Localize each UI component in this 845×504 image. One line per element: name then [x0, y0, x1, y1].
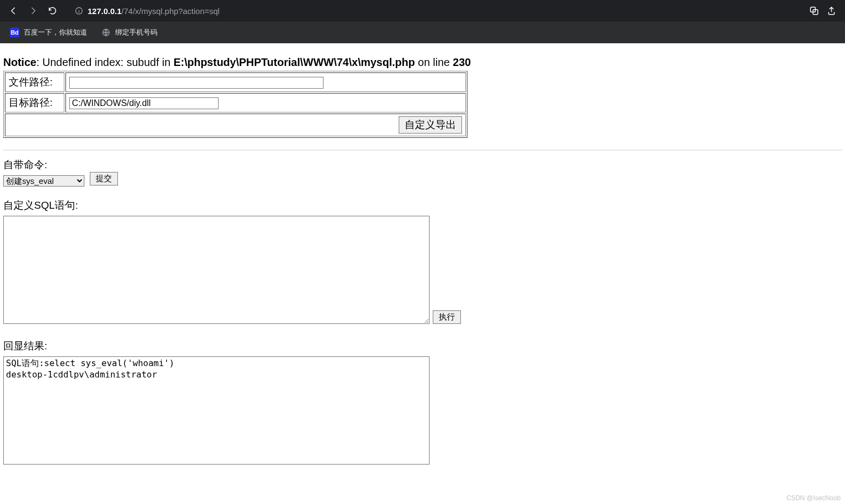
- bookmark-bind-phone[interactable]: 绑定手机号码: [98, 25, 161, 39]
- translate-icon: [809, 6, 819, 16]
- execute-button[interactable]: 执行: [433, 310, 461, 324]
- share-button[interactable]: [823, 3, 840, 19]
- site-info-icon[interactable]: [75, 6, 83, 15]
- notice-after: on line: [415, 56, 453, 68]
- target-path-input[interactable]: [69, 97, 219, 109]
- result-label: 回显结果:: [3, 339, 842, 353]
- translate-button[interactable]: [806, 3, 822, 19]
- table-row: 文件路径:: [5, 72, 466, 92]
- url-host: 127.0.0.1: [88, 6, 122, 16]
- arrow-right-icon: [28, 6, 38, 16]
- submit-button[interactable]: 提交: [90, 172, 118, 185]
- table-row: 自定义导出: [5, 114, 466, 136]
- baidu-icon: Bd: [10, 28, 19, 37]
- builtin-cmd-label: 自带命令:: [3, 158, 842, 172]
- result-output: SQL语句:select sys_eval('whoami') desktop-…: [3, 356, 430, 465]
- bookmark-bind-phone-label: 绑定手机号码: [115, 28, 157, 37]
- custom-sql-row: 执行: [3, 216, 842, 324]
- php-notice: Notice: Undefined index: subudf in E:\ph…: [3, 56, 842, 69]
- bookmark-baidu-label: 百度一下，你就知道: [24, 28, 87, 37]
- file-path-label: 文件路径:: [5, 72, 64, 92]
- file-path-cell: [65, 72, 466, 92]
- browser-toolbar: 127.0.0.1/74/x/mysql.php?action=sql: [0, 0, 845, 22]
- builtin-cmd-row: 创建sys_eval 提交: [3, 172, 842, 187]
- forward-button[interactable]: [25, 3, 41, 19]
- target-path-label: 目标路径:: [5, 93, 64, 112]
- reload-icon: [48, 6, 57, 16]
- url-text: 127.0.0.1/74/x/mysql.php?action=sql: [88, 6, 220, 16]
- export-btn-cell: 自定义导出: [5, 114, 466, 136]
- toolbar-actions: [806, 3, 840, 19]
- page-content: Notice: Undefined index: subudf in E:\ph…: [0, 43, 845, 468]
- address-bar[interactable]: 127.0.0.1/74/x/mysql.php?action=sql: [68, 3, 798, 19]
- export-table: 文件路径: 目标路径: 自定义导出: [3, 71, 467, 138]
- table-row: 目标路径:: [5, 93, 466, 112]
- custom-sql-textarea[interactable]: [3, 216, 430, 324]
- notice-file: E:\phpstudy\PHPTutorial\WWW\74\x\mysql.p…: [174, 56, 415, 68]
- globe-icon: [101, 28, 111, 37]
- custom-export-button[interactable]: 自定义导出: [399, 116, 462, 134]
- notice-middle: : Undefined index: subudf in: [36, 56, 174, 68]
- arrow-left-icon: [9, 6, 18, 16]
- bookmark-baidu[interactable]: Bd 百度一下，你就知道: [6, 25, 90, 39]
- reload-button[interactable]: [44, 3, 61, 19]
- share-icon: [827, 6, 836, 16]
- builtin-cmd-select[interactable]: 创建sys_eval: [3, 175, 84, 187]
- bookmark-bar: Bd 百度一下，你就知道 绑定手机号码: [0, 22, 845, 43]
- file-path-input[interactable]: [69, 77, 324, 89]
- result-line-2: desktop-1cddlpv\administrator: [6, 369, 157, 380]
- section-divider: [3, 150, 842, 150]
- custom-sql-label: 自定义SQL语句:: [3, 198, 842, 213]
- notice-keyword: Notice: [3, 56, 36, 68]
- back-button[interactable]: [5, 3, 22, 19]
- target-path-cell: [65, 93, 466, 112]
- url-path: /74/x/mysql.php?action=sql: [122, 6, 220, 16]
- notice-line: 230: [453, 56, 471, 68]
- result-line-1: SQL语句:select sys_eval('whoami'): [6, 358, 174, 368]
